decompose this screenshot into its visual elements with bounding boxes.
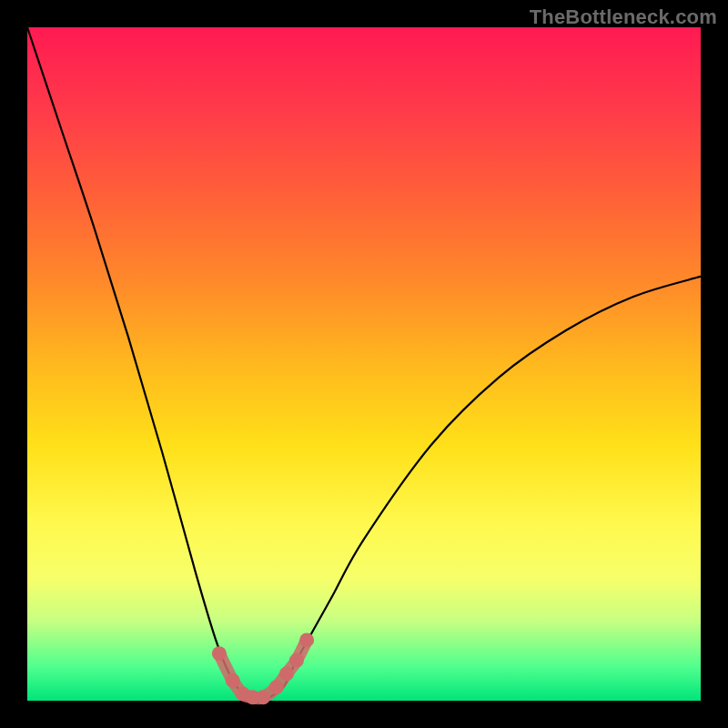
watermark-text: TheBottleneck.com [530, 5, 717, 29]
marker-dot [212, 646, 227, 661]
marker-dot [226, 673, 240, 688]
marker-dot [289, 653, 304, 668]
marker-dot [269, 680, 284, 694]
marker-dot [299, 632, 314, 647]
plot-area [27, 27, 701, 701]
curve-svg [27, 27, 701, 701]
marker-dot [279, 666, 294, 681]
bottleneck-curve [27, 27, 701, 702]
marker-band [219, 640, 307, 698]
chart-frame: TheBottleneck.com [0, 0, 728, 728]
marker-dot [256, 690, 270, 704]
